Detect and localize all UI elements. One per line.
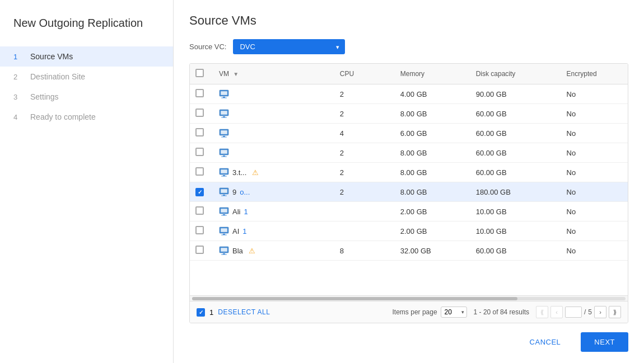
row-memory: 8.00 GB xyxy=(394,104,469,124)
row-checkbox-cell[interactable] xyxy=(190,84,212,104)
vm-table: VM ▼ CPU Memory Disk capacity Encrypted … xyxy=(190,64,628,261)
horizontal-scrollbar[interactable] xyxy=(190,295,628,301)
row-checkbox[interactable] xyxy=(195,128,204,136)
header-disk: Disk capacity xyxy=(469,64,560,84)
per-page-select[interactable]: 20 50 100 xyxy=(441,307,467,318)
vm-cell-content: Bla⚠ xyxy=(219,246,326,256)
row-disk: 90.00 GB xyxy=(469,84,560,104)
svg-rect-28 xyxy=(221,196,227,196)
svg-rect-8 xyxy=(221,117,227,118)
step-label-1: Source VMs xyxy=(30,52,73,61)
row-checkbox[interactable] xyxy=(195,188,204,196)
row-vm-cell: 9o... xyxy=(212,182,333,202)
row-memory: 8.00 GB xyxy=(394,143,469,163)
svg-rect-41 xyxy=(221,248,227,252)
row-checkbox[interactable] xyxy=(195,89,204,97)
table-header-row: VM ▼ CPU Memory Disk capacity Encrypted xyxy=(190,64,628,84)
table-row: Ali12.00 GB10.00 GBNo xyxy=(190,202,628,221)
row-checkbox-cell[interactable] xyxy=(190,182,212,202)
vm-name: Bla xyxy=(232,247,243,255)
deselect-all-button[interactable]: DESELECT ALL xyxy=(218,308,270,316)
next-page-button[interactable]: › xyxy=(594,306,606,318)
warning-icon: ⚠ xyxy=(252,168,259,177)
results-range: 1 - 20 of 84 results xyxy=(474,308,529,316)
table-row: 46.00 GB60.00 GBNo xyxy=(190,124,628,143)
row-memory: 32.00 GB xyxy=(394,241,469,261)
row-checkbox[interactable] xyxy=(195,206,204,215)
svg-rect-33 xyxy=(221,215,227,216)
row-checkbox-cell[interactable] xyxy=(190,241,212,261)
vm-cell-content: AI1 xyxy=(219,226,326,236)
row-cpu: 2 xyxy=(333,84,394,104)
table-row: 28.00 GB60.00 GBNo xyxy=(190,104,628,124)
page-number-input[interactable]: 1 xyxy=(565,307,582,318)
per-page-select-wrapper[interactable]: 20 50 100 xyxy=(441,307,467,318)
row-disk: 60.00 GB xyxy=(469,241,560,261)
source-vc-select-wrapper[interactable]: DVC xyxy=(233,39,345,54)
row-checkbox[interactable] xyxy=(195,109,204,117)
h-scroll-thumb xyxy=(192,297,517,300)
vm-cell-content xyxy=(219,148,326,158)
prev-page-button[interactable]: ‹ xyxy=(550,306,563,318)
vm-link[interactable]: 1 xyxy=(244,208,248,216)
row-checkbox[interactable] xyxy=(195,246,204,254)
row-cpu: 2 xyxy=(333,163,394,182)
vm-cell-content: 9o... xyxy=(219,187,326,197)
row-checkbox-cell[interactable] xyxy=(190,104,212,124)
row-checkbox[interactable] xyxy=(195,167,204,176)
vm-filter-icon[interactable]: ▼ xyxy=(233,71,239,77)
row-checkbox-cell[interactable] xyxy=(190,124,212,143)
svg-rect-43 xyxy=(221,254,227,255)
pagination-nav: ⟪ ‹ 1 / 5 › ⟫ xyxy=(536,306,621,318)
vm-cell-content: 3.t...⚠ xyxy=(219,167,326,177)
last-page-button[interactable]: ⟫ xyxy=(609,306,621,318)
svg-rect-6 xyxy=(221,111,227,115)
footer-select-checkbox[interactable] xyxy=(197,308,205,317)
row-vm-cell: Ali1 xyxy=(212,202,333,221)
source-vc-select[interactable]: DVC xyxy=(233,39,345,54)
row-memory: 2.00 GB xyxy=(394,202,469,221)
row-checkbox-cell[interactable] xyxy=(190,202,212,221)
cancel-button[interactable]: CANCEL xyxy=(516,332,575,352)
vm-link[interactable]: o... xyxy=(240,188,250,196)
row-encrypted: No xyxy=(560,84,628,104)
source-vc-label: Source VC: xyxy=(189,43,226,51)
sidebar-step-4[interactable]: 4 Ready to complete xyxy=(0,107,173,127)
header-vm[interactable]: VM ▼ xyxy=(212,64,333,84)
row-encrypted: No xyxy=(560,104,628,124)
row-checkbox-cell[interactable] xyxy=(190,143,212,163)
next-button[interactable]: NEXT xyxy=(581,332,628,352)
first-page-button[interactable]: ⟪ xyxy=(536,306,548,318)
row-cpu: 2 xyxy=(333,143,394,163)
row-vm-cell xyxy=(212,84,333,104)
row-vm-cell xyxy=(212,143,333,163)
row-memory: 2.00 GB xyxy=(394,221,469,241)
row-memory: 6.00 GB xyxy=(394,124,469,143)
step-label-3: Settings xyxy=(30,92,59,101)
header-memory: Memory xyxy=(394,64,469,84)
row-checkbox[interactable] xyxy=(195,148,204,156)
row-checkbox-cell[interactable] xyxy=(190,163,212,182)
table-row: Bla⚠832.00 GB60.00 GBNo xyxy=(190,241,628,261)
step-number-4: 4 xyxy=(13,113,25,121)
row-memory: 8.00 GB xyxy=(394,163,469,182)
row-encrypted: No xyxy=(560,182,628,202)
row-checkbox[interactable] xyxy=(195,226,204,234)
sidebar-step-3[interactable]: 3 Settings xyxy=(0,87,173,107)
source-vc-row: Source VC: DVC xyxy=(189,39,628,54)
table-scroll-area[interactable]: VM ▼ CPU Memory Disk capacity Encrypted … xyxy=(190,64,628,295)
header-checkbox-col[interactable] xyxy=(190,64,212,84)
svg-rect-21 xyxy=(221,169,227,173)
sidebar-step-1[interactable]: 1 Source VMs xyxy=(0,46,173,67)
sidebar-step-2[interactable]: 2 Destination Site xyxy=(0,67,173,87)
vm-name: Ali xyxy=(232,208,240,216)
footer-left: 1 DESELECT ALL xyxy=(197,308,270,317)
h-scroll-track xyxy=(192,297,626,300)
select-all-checkbox[interactable] xyxy=(195,69,204,77)
row-checkbox-cell[interactable] xyxy=(190,221,212,241)
vm-link[interactable]: 1 xyxy=(242,227,246,235)
step-label-4: Ready to complete xyxy=(30,112,96,121)
table-footer: 1 DESELECT ALL Items per page 20 50 100 … xyxy=(190,301,628,323)
row-cpu xyxy=(333,202,394,221)
row-disk: 60.00 GB xyxy=(469,163,560,182)
